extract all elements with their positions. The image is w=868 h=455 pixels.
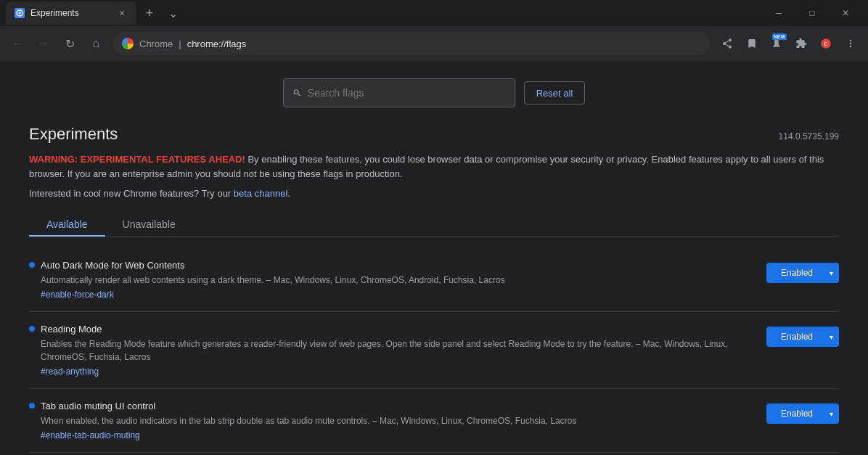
bookmark-button[interactable] [740,32,763,55]
forward-button[interactable]: → [32,32,55,55]
flags-list: Auto Dark Mode for Web Contents Automati… [29,248,839,456]
flag-name: Auto Dark Mode for Web Contents [41,260,184,271]
address-bar[interactable]: Chrome | chrome://flags [113,32,710,55]
new-badge: NEW [772,33,787,40]
flag-description: When enabled, the audio indicators in th… [41,414,749,427]
flag-item: Auto Dark Mode for Web Contents Automati… [29,248,839,312]
flag-title-row: Auto Dark Mode for Web Contents [29,260,749,271]
flag-control: Enabled Disabled Default [766,263,839,283]
flag-item: Reading Mode Enables the Reading Mode fe… [29,312,839,389]
beta-intro-text: Interested in cool new Chrome features? … [29,188,234,199]
page-title: Experiments [29,125,118,144]
reset-all-button[interactable]: Reset all [524,81,586,104]
page-header: Experiments 114.0.5735.199 [29,125,839,144]
address-scheme: Chrome [139,38,173,49]
home-button[interactable]: ⌂ [84,32,107,55]
tab-unavailable[interactable]: Unavailable [105,213,193,236]
flag-control: Enabled Disabled Default [766,403,839,424]
refresh-button[interactable]: ↻ [58,32,81,55]
browser-frame: Experiments ✕ + ⌄ ─ □ ✕ ← → ↻ ⌂ Chrome |… [0,0,868,455]
warning-box: WARNING: EXPERIMENTAL FEATURES AHEAD! By… [29,152,839,201]
tab-bar: Experiments ✕ + ⌄ ─ □ ✕ [0,0,868,26]
search-input[interactable] [308,87,506,99]
flag-name: Tab audio muting UI control [41,401,155,411]
address-path: chrome://flags [187,38,247,49]
flag-info: Auto Dark Mode for Web Contents Automati… [29,260,766,300]
flag-select-enabled[interactable]: Enabled Disabled Default [766,327,839,347]
navigation-toolbar: ← → ↻ ⌂ Chrome | chrome://flags NEW [0,26,868,61]
flag-item: Temporarily unexpire M112 flags. Tempora… [29,453,839,456]
svg-point-1 [19,12,21,15]
close-button[interactable]: ✕ [829,0,862,26]
chrome-labs-button[interactable]: NEW [765,32,788,55]
warning-title: WARNING: EXPERIMENTAL FEATURES AHEAD! [29,154,245,165]
flag-anchor-link[interactable]: #read-anything [41,366,749,377]
flag-active-dot [29,262,35,268]
select-wrapper: Enabled Disabled Default [766,403,839,424]
toolbar-actions: NEW E [716,32,862,55]
search-section: Reset all [29,78,839,107]
flag-active-dot [29,403,35,409]
tab-favicon [15,8,25,18]
version-number: 114.0.5735.199 [779,131,839,142]
svg-text:E: E [824,41,828,47]
share-button[interactable] [716,32,739,55]
flag-title-row: Reading Mode [29,324,749,335]
flag-name: Reading Mode [41,324,102,335]
flag-control: Enabled Disabled Default [766,327,839,347]
flag-title-row: Tab audio muting UI control [29,401,749,411]
tab-overflow-button[interactable]: ⌄ [163,3,183,23]
new-tab-button[interactable]: + [139,3,160,23]
tab-title: Experiments [30,8,79,18]
flag-anchor-link[interactable]: #enable-tab-audio-muting [41,430,749,440]
tab-close-button[interactable]: ✕ [116,7,128,19]
flag-description: Enables the Reading Mode feature which g… [41,337,749,364]
flag-active-dot [29,326,35,332]
beta-channel-link[interactable]: beta channel [234,188,287,199]
address-separator: | [179,38,181,49]
tab-available[interactable]: Available [29,213,105,236]
flag-item: Tab audio muting UI control When enabled… [29,389,839,453]
tabs-container: Available Unavailable [29,213,839,237]
extensions-button[interactable] [790,32,813,55]
search-box[interactable] [283,78,515,107]
window-controls: ─ □ ✕ [762,0,862,26]
search-icon [292,88,302,98]
minimize-button[interactable]: ─ [762,0,795,26]
select-wrapper: Enabled Disabled Default [766,327,839,347]
beta-paragraph: Interested in cool new Chrome features? … [29,186,839,201]
flag-info: Reading Mode Enables the Reading Mode fe… [29,324,766,377]
flag-anchor-link[interactable]: #enable-force-dark [41,290,749,300]
menu-button[interactable] [839,32,862,55]
profile-button[interactable]: E [814,32,838,55]
flag-select-enabled[interactable]: Enabled Disabled Default [766,263,839,283]
back-button[interactable]: ← [6,32,29,55]
flag-info: Tab audio muting UI control When enabled… [29,401,766,440]
flag-select-enabled[interactable]: Enabled Disabled Default [766,403,839,424]
maximize-button[interactable]: □ [795,0,829,26]
active-tab[interactable]: Experiments ✕ [6,1,136,25]
page-content: Reset all Experiments 114.0.5735.199 WAR… [0,61,868,455]
flag-description: Automatically render all web contents us… [41,274,749,287]
warning-paragraph: WARNING: EXPERIMENTAL FEATURES AHEAD! By… [29,152,839,181]
select-wrapper: Enabled Disabled Default [766,263,839,283]
site-security-icon [122,38,134,49]
